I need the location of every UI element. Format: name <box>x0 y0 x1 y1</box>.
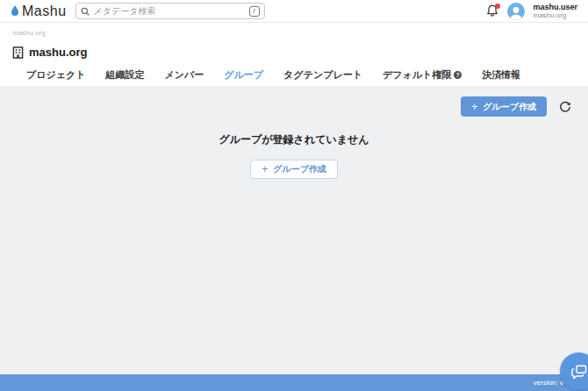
header-right: mashu.user mashu.org <box>486 3 577 20</box>
search-icon <box>81 4 90 19</box>
slash-shortcut-icon <box>249 6 260 17</box>
refresh-button[interactable] <box>559 101 571 113</box>
user-info[interactable]: mashu.user mashu.org <box>533 3 577 20</box>
person-icon <box>507 4 525 20</box>
user-avatar[interactable] <box>507 3 525 20</box>
page-title: mashu.org <box>29 46 87 59</box>
empty-message: グループが登録されていません <box>0 132 588 147</box>
breadcrumb-org-link[interactable]: mashu.org <box>12 29 46 37</box>
organization-icon <box>12 46 24 59</box>
plus-icon <box>262 163 268 175</box>
version-text: version: v <box>534 379 563 387</box>
breadcrumb: mashu.org <box>0 23 588 37</box>
groups-panel: グループ作成 グループが登録されていません グループ作成 <box>0 86 588 374</box>
action-row: グループ作成 <box>0 86 588 117</box>
create-group-button[interactable]: グループ作成 <box>461 96 547 117</box>
page-title-row: mashu.org <box>0 37 588 59</box>
user-name: mashu.user <box>533 3 577 11</box>
refresh-icon <box>559 101 571 113</box>
logo-text: Mashu <box>22 4 67 19</box>
empty-state: グループが登録されていません グループ作成 <box>0 132 588 179</box>
notifications-button[interactable] <box>486 4 499 18</box>
app-logo[interactable]: Mashu <box>11 4 67 19</box>
empty-create-group-button[interactable]: グループ作成 <box>250 160 338 179</box>
chat-bubbles-icon <box>571 365 587 379</box>
app-header: Mashu mashu.user mashu.o <box>0 0 588 23</box>
footer: version: v <box>0 374 588 391</box>
user-org: mashu.org <box>533 11 577 19</box>
metadata-search-box <box>75 3 265 19</box>
help-icon[interactable] <box>454 71 462 79</box>
notification-badge <box>495 4 500 9</box>
water-drop-icon <box>11 5 19 17</box>
org-tabs: プロジェクト 組織設定 メンバー グループ タグテンプレート デフォルト権限 決… <box>0 59 588 89</box>
search-input[interactable] <box>94 6 245 16</box>
plus-icon <box>471 101 477 113</box>
